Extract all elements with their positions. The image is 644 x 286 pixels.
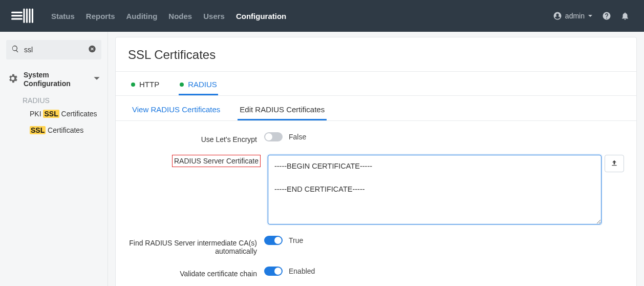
sidebar-item-pki-ssl-certificates[interactable]: PKI SSL Certificates xyxy=(0,106,108,122)
label-lets-encrypt: Use Let's Encrypt xyxy=(128,132,257,144)
search-icon xyxy=(11,45,19,55)
tab-radius[interactable]: RADIUS xyxy=(179,78,218,95)
svg-rect-6 xyxy=(32,9,33,23)
row-intermediate-ca: Find RADIUS Server intermediate CA(s) au… xyxy=(128,236,624,255)
nav-right: admin xyxy=(553,11,630,21)
sidebar-group-system-configuration[interactable]: SystemConfiguration xyxy=(0,68,108,91)
nav-reports[interactable]: Reports xyxy=(86,12,115,21)
nav-items: Status Reports Auditing Nodes Users Conf… xyxy=(51,12,286,21)
help-icon[interactable] xyxy=(602,11,611,21)
tab-http[interactable]: HTTP xyxy=(130,78,160,95)
svg-rect-3 xyxy=(23,9,25,23)
user-circle-icon xyxy=(553,11,562,21)
svg-rect-1 xyxy=(11,15,23,16)
sidebar-item-ssl-certificates[interactable]: SSL Certificates xyxy=(0,122,108,138)
svg-rect-5 xyxy=(29,9,30,23)
sidebar: SystemConfiguration RADIUS PKI SSL Certi… xyxy=(0,32,108,286)
protocol-tabs: HTTP RADIUS xyxy=(116,72,636,96)
svg-rect-0 xyxy=(11,12,23,13)
row-lets-encrypt: Use Let's Encrypt False xyxy=(128,132,624,144)
status-dot-icon xyxy=(180,83,184,87)
user-menu[interactable]: admin xyxy=(553,11,593,21)
form: Use Let's Encrypt False RADIUS Server Ce… xyxy=(116,121,636,286)
nav-users[interactable]: Users xyxy=(203,12,225,21)
nav-status[interactable]: Status xyxy=(51,12,75,21)
toggle-intermediate-ca[interactable] xyxy=(264,236,283,245)
toggle-label-validate-chain: Enabled xyxy=(289,267,315,275)
upload-button[interactable] xyxy=(605,155,624,172)
row-validate-chain: Validate certificate chain Enabled xyxy=(128,267,624,278)
subtab-edit-radius-certificates[interactable]: Edit RADIUS Certificates xyxy=(238,102,327,120)
gear-icon xyxy=(7,73,18,86)
sidebar-category-radius: RADIUS xyxy=(0,91,108,106)
nav-auditing[interactable]: Auditing xyxy=(126,12,158,21)
nav-nodes[interactable]: Nodes xyxy=(168,12,192,21)
brand-logo xyxy=(11,8,37,24)
toggle-validate-chain[interactable] xyxy=(264,267,283,276)
label-validate-chain: Validate certificate chain xyxy=(128,267,257,278)
subtab-view-radius-certificates[interactable]: View RADIUS Certificates xyxy=(130,102,222,120)
sub-tabs: View RADIUS Certificates Edit RADIUS Cer… xyxy=(116,96,636,121)
user-name: admin xyxy=(565,12,585,20)
chevron-down-icon xyxy=(93,75,100,84)
sidebar-group-label: SystemConfiguration xyxy=(24,71,93,88)
content: SSL Certificates HTTP RADIUS View RADIUS… xyxy=(108,32,644,286)
svg-rect-4 xyxy=(26,9,28,23)
nav-configuration[interactable]: Configuration xyxy=(236,12,286,21)
card: SSL Certificates HTTP RADIUS View RADIUS… xyxy=(115,37,637,286)
page-title: SSL Certificates xyxy=(116,37,636,72)
bell-icon[interactable] xyxy=(620,11,630,21)
row-server-certificate: RADIUS Server Certificate xyxy=(128,155,624,224)
svg-rect-2 xyxy=(11,18,23,19)
upload-icon xyxy=(610,159,618,169)
clear-icon[interactable] xyxy=(88,45,96,55)
search-wrap xyxy=(6,40,101,59)
search-input[interactable] xyxy=(6,40,101,59)
label-server-certificate: RADIUS Server Certificate xyxy=(172,155,261,167)
status-dot-icon xyxy=(131,83,135,87)
textarea-server-certificate[interactable] xyxy=(268,155,602,224)
toggle-label-lets-encrypt: False xyxy=(289,133,306,141)
toggle-label-intermediate-ca: True xyxy=(289,236,303,244)
label-intermediate-ca: Find RADIUS Server intermediate CA(s) au… xyxy=(128,236,257,255)
toggle-lets-encrypt[interactable] xyxy=(264,132,283,141)
chevron-down-icon xyxy=(588,13,593,18)
top-nav: Status Reports Auditing Nodes Users Conf… xyxy=(0,0,644,32)
